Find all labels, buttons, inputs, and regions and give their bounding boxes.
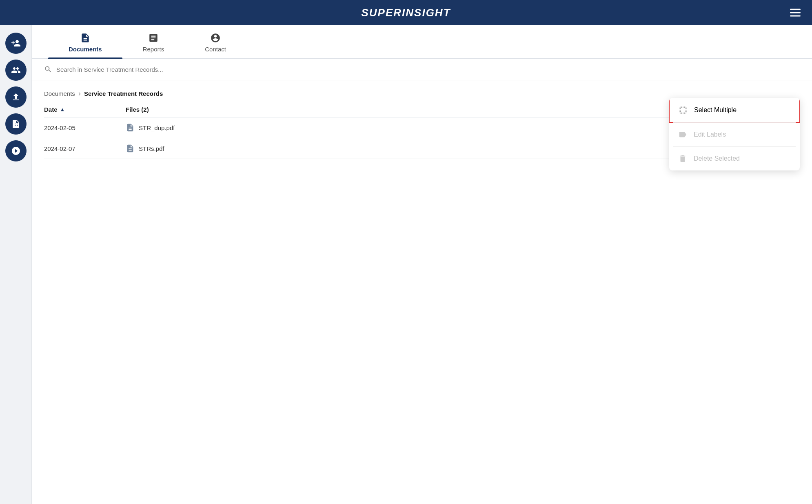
tab-documents[interactable]: Documents xyxy=(48,25,122,58)
upload-button[interactable] xyxy=(5,86,27,108)
file-icon xyxy=(126,123,135,132)
documents-icon xyxy=(80,33,91,43)
breadcrumb-base[interactable]: Documents xyxy=(44,90,75,97)
add-user-button[interactable] xyxy=(5,33,27,54)
col-files-header: Files (2) xyxy=(126,106,149,113)
row-file-1: STR_dup.pdf xyxy=(126,123,175,132)
contact-icon xyxy=(210,33,221,43)
file-icon xyxy=(126,144,135,153)
search-input[interactable] xyxy=(56,66,800,73)
dropdown-select-multiple-label: Select Multiple xyxy=(694,106,737,114)
dropdown-select-multiple[interactable]: Select Multiple xyxy=(669,98,800,123)
breadcrumb-current: Service Treatment Records xyxy=(84,90,163,97)
checklist-icon xyxy=(679,106,688,115)
brand-logo: SUPERINSIGHT xyxy=(361,7,450,19)
dropdown-edit-labels-label: Edit Labels xyxy=(694,131,726,138)
main-layout: Documents Reports Contact xyxy=(0,25,812,504)
search-bar xyxy=(32,59,812,80)
dropdown-delete-selected-label: Delete Selected xyxy=(694,155,740,162)
breadcrumb-separator: › xyxy=(78,89,81,98)
tab-contact[interactable]: Contact xyxy=(184,25,246,58)
row-filename-2: STRs.pdf xyxy=(139,145,164,152)
file-table: Date ▲ Files (2) 2024-02-05 STR_dup.pdf … xyxy=(32,102,812,159)
tab-contact-label: Contact xyxy=(205,46,226,53)
hamburger-menu[interactable] xyxy=(790,9,801,17)
col-date-header[interactable]: Date ▲ xyxy=(44,106,126,113)
top-header: SUPERINSIGHT xyxy=(0,0,812,25)
tab-reports-label: Reports xyxy=(143,46,164,53)
row-date-2: 2024-02-07 xyxy=(44,145,126,152)
tag-icon xyxy=(678,130,687,139)
row-date-1: 2024-02-05 xyxy=(44,124,126,131)
tab-nav: Documents Reports Contact xyxy=(32,25,812,59)
sort-arrow-icon: ▲ xyxy=(60,106,65,113)
trash-icon xyxy=(678,154,687,163)
dropdown-delete-selected: Delete Selected xyxy=(669,147,800,170)
blocked-button[interactable] xyxy=(5,140,27,161)
content-area: Documents Reports Contact xyxy=(32,25,812,504)
row-filename-1: STR_dup.pdf xyxy=(139,124,175,131)
group-button[interactable] xyxy=(5,60,27,81)
sidebar xyxy=(0,25,32,504)
row-file-2: STRs.pdf xyxy=(126,144,164,153)
tab-reports[interactable]: Reports xyxy=(122,25,185,58)
add-document-button[interactable] xyxy=(5,113,27,135)
search-icon xyxy=(44,65,52,73)
dropdown-menu: Select Multiple Edit Labels Delete xyxy=(669,98,800,170)
reports-icon xyxy=(148,33,159,43)
dropdown-edit-labels: Edit Labels xyxy=(669,123,800,146)
tab-documents-label: Documents xyxy=(69,46,102,53)
